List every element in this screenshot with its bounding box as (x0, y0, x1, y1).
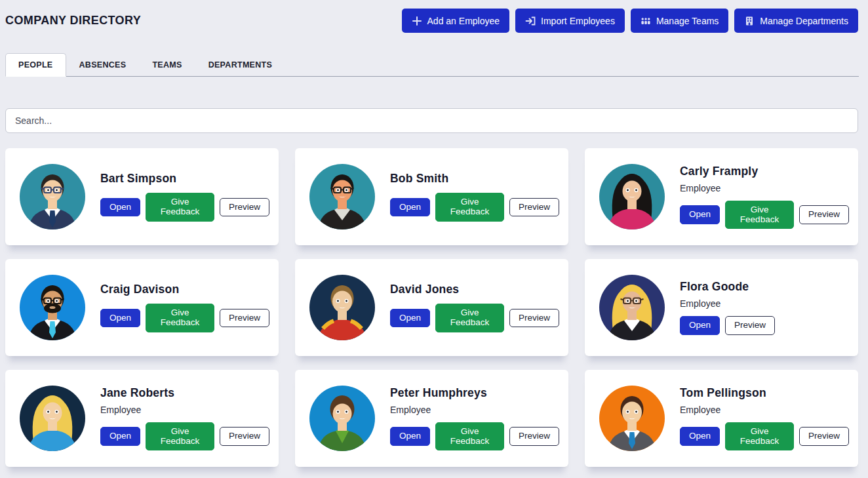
card-actions: OpenGive FeedbackPreview (390, 193, 559, 222)
card-actions: OpenGive FeedbackPreview (100, 304, 269, 332)
manage-departments-button[interactable]: Manage Departments (734, 9, 858, 33)
tab-absences[interactable]: ABSENCES (66, 53, 140, 77)
employee-avatar (20, 386, 85, 451)
employee-info: Tom PellingsonEmployeeOpenGive FeedbackP… (680, 386, 849, 451)
employee-info: Bart SimpsonOpenGive FeedbackPreview (100, 172, 269, 222)
employee-card: Carly FramplyEmployeeOpenGive FeedbackPr… (585, 148, 858, 245)
employee-name: Craig Davison (100, 283, 269, 296)
preview-button[interactable]: Preview (725, 316, 775, 335)
preview-button[interactable]: Preview (220, 198, 269, 217)
preview-button[interactable]: Preview (509, 198, 559, 217)
give-feedback-button[interactable]: Give Feedback (725, 201, 794, 229)
give-feedback-button[interactable]: Give Feedback (146, 193, 214, 222)
employee-card: Craig DavisonOpenGive FeedbackPreview (5, 259, 279, 356)
team-icon (641, 16, 651, 26)
employee-card: Flora GoodeEmployeeOpenPreview (585, 259, 858, 356)
card-actions: OpenGive FeedbackPreview (390, 304, 559, 332)
plus-icon (412, 16, 422, 26)
header-actions: Add an EmployeeImport EmployeesManage Te… (402, 9, 858, 33)
open-button[interactable]: Open (680, 427, 720, 446)
employee-avatar (599, 275, 665, 340)
open-button[interactable]: Open (680, 316, 720, 335)
card-actions: OpenGive FeedbackPreview (390, 422, 559, 451)
card-actions: OpenGive FeedbackPreview (680, 422, 849, 451)
employee-avatar (20, 164, 85, 229)
import-employees-button[interactable]: Import Employees (515, 9, 625, 33)
building-icon (744, 16, 755, 26)
employee-name: Jane Roberts (100, 386, 269, 400)
search-bar (5, 108, 858, 133)
employee-role: Employee (680, 298, 775, 309)
button-label: Manage Departments (760, 16, 848, 26)
employee-role: Employee (680, 405, 849, 415)
employee-card: Jane RobertsEmployeeOpenGive FeedbackPre… (5, 370, 279, 467)
manage-teams-button[interactable]: Manage Teams (631, 9, 728, 33)
preview-button[interactable]: Preview (220, 427, 269, 446)
employee-card: Peter HumphreysEmployeeOpenGive Feedback… (295, 370, 568, 467)
preview-button[interactable]: Preview (509, 309, 559, 328)
employee-role: Employee (390, 405, 559, 415)
employee-name: Tom Pellingson (680, 386, 849, 400)
employee-info: David JonesOpenGive FeedbackPreview (390, 283, 559, 332)
employee-avatar (309, 275, 375, 340)
employee-info: Bob SmithOpenGive FeedbackPreview (390, 172, 559, 222)
card-actions: OpenGive FeedbackPreview (100, 422, 269, 451)
add-employee-button[interactable]: Add an Employee (402, 9, 510, 33)
employee-name: Bob Smith (390, 172, 559, 186)
employee-avatar (599, 386, 665, 451)
employee-role: Employee (100, 405, 269, 415)
employee-grid: Bart SimpsonOpenGive FeedbackPreviewBob … (5, 148, 858, 467)
button-label: Manage Teams (656, 16, 719, 26)
employee-info: Craig DavisonOpenGive FeedbackPreview (100, 283, 269, 332)
give-feedback-button[interactable]: Give Feedback (725, 422, 794, 451)
give-feedback-button[interactable]: Give Feedback (435, 304, 504, 332)
give-feedback-button[interactable]: Give Feedback (146, 422, 214, 451)
search-input[interactable] (5, 108, 858, 133)
card-actions: OpenPreview (680, 316, 775, 335)
import-icon (525, 16, 536, 26)
employee-card: David JonesOpenGive FeedbackPreview (295, 259, 568, 356)
tab-people[interactable]: PEOPLE (5, 53, 66, 77)
employee-avatar (599, 164, 665, 229)
open-button[interactable]: Open (390, 427, 430, 446)
employee-card: Bob SmithOpenGive FeedbackPreview (295, 148, 568, 245)
tab-teams[interactable]: TEAMS (139, 53, 195, 77)
open-button[interactable]: Open (100, 309, 140, 328)
open-button[interactable]: Open (100, 198, 140, 217)
open-button[interactable]: Open (390, 198, 430, 217)
preview-button[interactable]: Preview (799, 205, 849, 224)
card-actions: OpenGive FeedbackPreview (680, 201, 849, 229)
employee-role: Employee (680, 183, 849, 193)
employee-card: Bart SimpsonOpenGive FeedbackPreview (5, 148, 279, 245)
employee-avatar (309, 386, 375, 451)
preview-button[interactable]: Preview (509, 427, 559, 446)
employee-card: Tom PellingsonEmployeeOpenGive FeedbackP… (585, 370, 858, 467)
give-feedback-button[interactable]: Give Feedback (435, 193, 504, 222)
employee-name: Peter Humphreys (390, 386, 559, 400)
open-button[interactable]: Open (680, 205, 720, 224)
employee-avatar (20, 275, 85, 340)
employee-info: Peter HumphreysEmployeeOpenGive Feedback… (390, 386, 559, 451)
page-title: COMPANY DIRECTORY (5, 14, 141, 28)
employee-name: David Jones (390, 283, 559, 296)
tab-bar: PEOPLEABSENCESTEAMSDEPARTMENTS (5, 53, 859, 77)
employee-info: Jane RobertsEmployeeOpenGive FeedbackPre… (100, 386, 269, 451)
open-button[interactable]: Open (100, 427, 140, 446)
preview-button[interactable]: Preview (220, 309, 269, 328)
employee-avatar (309, 164, 375, 229)
card-actions: OpenGive FeedbackPreview (100, 193, 269, 222)
tab-departments[interactable]: DEPARTMENTS (195, 53, 286, 77)
button-label: Import Employees (541, 16, 615, 26)
employee-name: Bart Simpson (100, 172, 269, 186)
open-button[interactable]: Open (390, 309, 430, 328)
employee-info: Carly FramplyEmployeeOpenGive FeedbackPr… (680, 165, 849, 229)
give-feedback-button[interactable]: Give Feedback (435, 422, 504, 451)
employee-name: Flora Goode (680, 280, 775, 294)
employee-info: Flora GoodeEmployeeOpenPreview (680, 280, 775, 335)
give-feedback-button[interactable]: Give Feedback (146, 304, 214, 332)
top-bar: COMPANY DIRECTORY Add an EmployeeImport … (0, 0, 868, 33)
button-label: Add an Employee (427, 16, 500, 26)
preview-button[interactable]: Preview (799, 427, 849, 446)
employee-name: Carly Framply (680, 165, 849, 178)
